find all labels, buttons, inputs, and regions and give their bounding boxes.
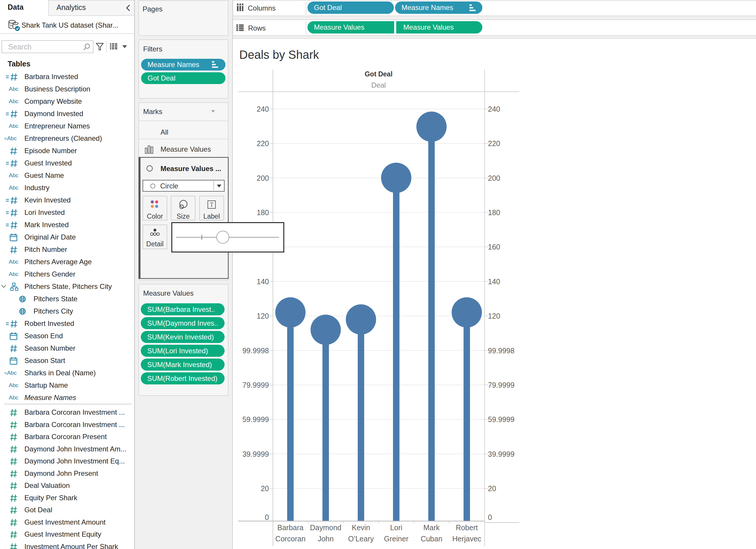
svg-text:Barbara: Barbara [277, 523, 304, 532]
svg-text:Robert: Robert [456, 523, 478, 532]
svg-text:120: 120 [257, 312, 269, 320]
svg-text:Mark: Mark [423, 523, 440, 532]
svg-text:Corcoran: Corcoran [275, 535, 306, 543]
svg-text:79.9999: 79.9999 [488, 381, 514, 389]
svg-text:240: 240 [257, 105, 269, 113]
svg-text:160: 160 [488, 243, 500, 251]
svg-text:20: 20 [488, 484, 496, 493]
svg-text:0: 0 [488, 513, 492, 521]
svg-text:140: 140 [488, 277, 500, 286]
svg-text:0: 0 [265, 513, 269, 521]
svg-text:39.9999: 39.9999 [488, 450, 514, 458]
svg-text:120: 120 [488, 312, 500, 320]
svg-text:John: John [318, 535, 334, 543]
svg-text:Greiner: Greiner [384, 535, 408, 543]
svg-text:240: 240 [488, 105, 500, 113]
svg-text:Daymond: Daymond [310, 523, 342, 532]
svg-text:T: T [210, 201, 213, 208]
svg-text:Got Deal: Got Deal [365, 70, 393, 78]
svg-text:220: 220 [488, 139, 500, 148]
svg-text:59.9999: 59.9999 [488, 415, 514, 424]
svg-text:79.9999: 79.9999 [242, 381, 269, 389]
svg-text:200: 200 [488, 174, 500, 182]
svg-text:99.9998: 99.9998 [242, 347, 269, 355]
svg-text:39.9999: 39.9999 [242, 450, 269, 458]
svg-text:Kevin: Kevin [352, 523, 370, 532]
svg-text:Cuban: Cuban [421, 535, 442, 543]
svg-text:200: 200 [257, 174, 269, 182]
svg-text:Deal: Deal [371, 81, 386, 89]
svg-text:99.9998: 99.9998 [488, 347, 514, 355]
svg-text:Lori: Lori [390, 523, 402, 532]
svg-text:59.9999: 59.9999 [242, 415, 269, 424]
svg-text:180: 180 [488, 208, 500, 217]
svg-text:20: 20 [261, 484, 269, 493]
svg-text:Herjavec: Herjavec [452, 535, 481, 543]
svg-text:Deals by Shark: Deals by Shark [239, 48, 319, 61]
svg-text:220: 220 [257, 139, 269, 148]
svg-text:140: 140 [257, 277, 269, 286]
svg-text:O’Leary: O’Leary [348, 535, 374, 543]
svg-text:180: 180 [257, 208, 269, 217]
